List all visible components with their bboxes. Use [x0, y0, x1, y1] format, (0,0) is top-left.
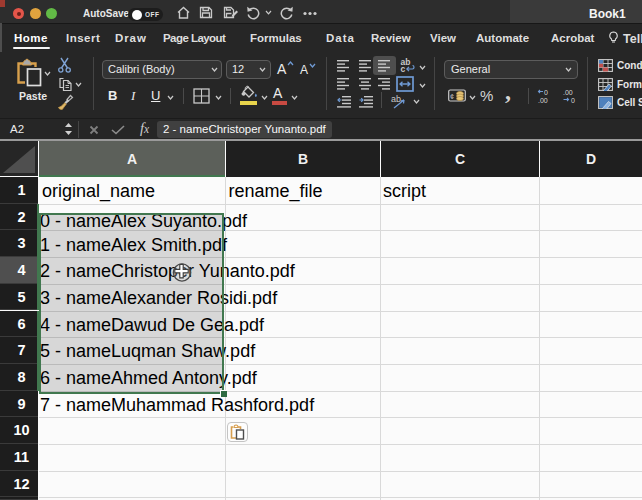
svg-text:0: 0: [571, 97, 575, 104]
svg-text:.00: .00: [538, 97, 548, 104]
svg-text:.00: .00: [563, 89, 573, 96]
svg-text:ab: ab: [391, 94, 401, 104]
svg-text:c: c: [401, 64, 406, 73]
svg-text:0: 0: [544, 89, 548, 96]
svg-text:¢: ¢: [450, 92, 454, 101]
